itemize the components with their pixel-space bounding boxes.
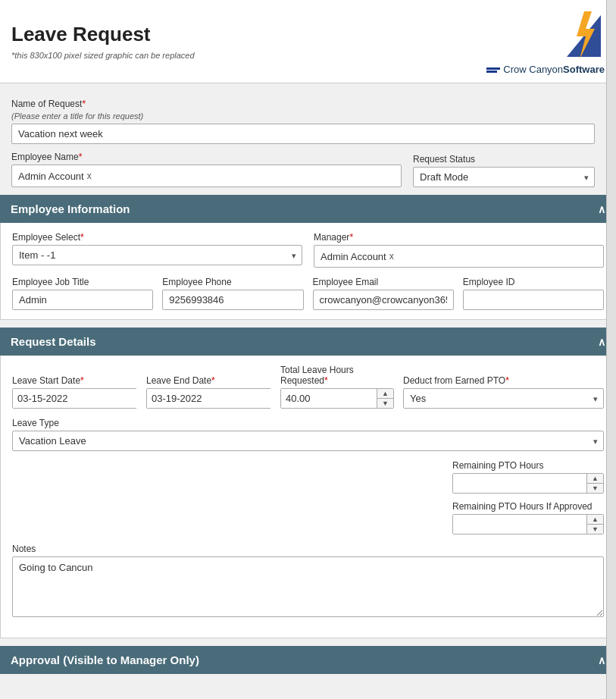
page-title: Leave Request — [11, 23, 195, 46]
name-of-request-input[interactable] — [11, 124, 595, 144]
svg-rect-3 — [486, 71, 497, 73]
deduct-pto-select-wrapper: Yes No — [403, 388, 604, 409]
employee-id-label: Employee ID — [463, 277, 604, 287]
leave-type-select-wrapper: Vacation Leave Sick Leave Personal Leave… — [12, 431, 604, 451]
remaining-pto-approved-up-button[interactable]: ▲ — [587, 515, 603, 525]
logo-stripe — [486, 64, 500, 75]
leave-start-date-field: Leave Start Date* — [12, 375, 137, 409]
request-status-label: Request Status — [413, 154, 595, 165]
email-input[interactable] — [313, 290, 454, 310]
name-of-request-sublabel: (Please enter a title for this request) — [11, 111, 595, 121]
pto-section: Remaining PTO Hours ▲ ▼ Remaining PTO Ho… — [12, 460, 604, 534]
notes-textarea[interactable]: Going to Cancun — [12, 556, 604, 617]
remaining-pto-approved-down-button[interactable]: ▼ — [587, 525, 603, 534]
leave-type-row: Leave Type Vacation Leave Sick Leave Per… — [12, 418, 604, 451]
leave-type-label: Leave Type — [12, 418, 604, 428]
employee-information-chevron-up: ∧ — [598, 203, 605, 215]
job-title-field: Employee Job Title — [12, 277, 153, 310]
request-details-header[interactable]: Request Details ∧ — [0, 328, 616, 356]
remaining-pto-spinner: ▲ ▼ — [452, 473, 604, 494]
phone-label: Employee Phone — [162, 277, 303, 287]
header-logo: Crow CanyonSoftware — [486, 8, 605, 75]
logo-crow: Crow Canyon — [503, 64, 563, 75]
divider-1 — [11, 187, 595, 195]
approval-section: Approval (Visible to Manager Only) ∧ — [11, 646, 595, 674]
approval-chevron-up: ∧ — [598, 654, 605, 666]
graphic-note: *this 830x100 pixel sized graphic can be… — [11, 51, 195, 60]
scrollbar[interactable] — [606, 0, 616, 699]
leave-start-date-wrapper — [12, 388, 137, 409]
employee-name-tag: Admin Account x — [18, 171, 92, 182]
employee-name-field: Employee Name* Admin Account x — [11, 152, 402, 187]
logo-suffix: Software — [563, 64, 605, 75]
employee-select-label: Employee Select* — [12, 232, 302, 243]
remaining-pto-label: Remaining PTO Hours — [452, 460, 604, 471]
approval-title: Approval (Visible to Manager Only) — [11, 654, 199, 666]
employee-select[interactable]: Item - -1 — [12, 245, 302, 265]
employee-name-remove-icon[interactable]: x — [87, 171, 92, 181]
emp-info-row2: Employee Job Title Employee Phone Employ… — [12, 277, 604, 310]
request-status-select-wrapper: Draft Mode Submitted Approved Rejected — [413, 167, 595, 187]
job-title-label: Employee Job Title — [12, 277, 153, 287]
remaining-pto-approved-input[interactable] — [453, 515, 586, 534]
deduct-pto-select[interactable]: Yes No — [403, 388, 604, 409]
remaining-pto-approved-spinner: ▲ ▼ — [452, 514, 604, 534]
email-field: Employee Email — [313, 277, 454, 310]
manager-tag: Admin Account x — [321, 251, 394, 262]
manager-field: Manager* Admin Account x — [314, 232, 604, 268]
name-of-request-label: Name of Request* — [11, 99, 595, 109]
main-content: Name of Request* (Please enter a title f… — [0, 83, 616, 682]
top-form: Name of Request* (Please enter a title f… — [11, 91, 595, 187]
employee-id-input[interactable] — [463, 290, 604, 310]
remaining-pto-field: Remaining PTO Hours ▲ ▼ — [452, 460, 604, 494]
notes-section: Notes Going to Cancun — [12, 544, 604, 619]
employee-name-tag-input[interactable]: Admin Account x — [11, 165, 402, 187]
total-hours-spinner: ▲ ▼ — [280, 388, 394, 409]
total-hours-field: Total Leave Hours Requested* ▲ ▼ — [280, 365, 394, 409]
remaining-pto-down-button[interactable]: ▼ — [587, 484, 603, 493]
leave-end-date-label: Leave End Date* — [146, 375, 271, 386]
leave-end-date-input[interactable] — [147, 389, 283, 408]
request-details-title: Request Details — [11, 335, 96, 348]
divider-2 — [11, 320, 595, 328]
phone-input[interactable] — [162, 290, 303, 310]
employee-select-wrapper: Item - -1 — [12, 245, 302, 265]
email-label: Employee Email — [313, 277, 454, 287]
employee-status-row: Employee Name* Admin Account x Request S… — [11, 152, 595, 187]
remaining-pto-up-button[interactable]: ▲ — [587, 474, 603, 484]
request-status-field: Request Status Draft Mode Submitted Appr… — [413, 154, 595, 187]
manager-tag-input[interactable]: Admin Account x — [314, 245, 604, 268]
notes-label: Notes — [12, 544, 604, 554]
approval-header[interactable]: Approval (Visible to Manager Only) ∧ — [0, 646, 616, 674]
leave-start-date-label: Leave Start Date* — [12, 375, 137, 386]
total-hours-input[interactable] — [281, 389, 377, 408]
employee-information-content: Employee Select* Item - -1 Manager* A — [0, 223, 616, 320]
job-title-input[interactable] — [12, 290, 153, 310]
employee-information-header[interactable]: Employee Information ∧ — [0, 195, 616, 223]
total-hours-down-button[interactable]: ▼ — [377, 399, 393, 408]
employee-select-field: Employee Select* Item - -1 — [12, 232, 302, 268]
employee-name-label: Employee Name* — [11, 152, 402, 162]
leave-start-date-input[interactable] — [13, 389, 149, 408]
deduct-pto-label: Deduct from Earned PTO* — [403, 375, 604, 386]
emp-info-row1: Employee Select* Item - -1 Manager* A — [12, 232, 604, 268]
request-status-select[interactable]: Draft Mode Submitted Approved Rejected — [413, 167, 595, 187]
leave-type-select[interactable]: Vacation Leave Sick Leave Personal Leave… — [12, 431, 604, 451]
page-wrapper: Leave Request *this 830x100 pixel sized … — [0, 0, 616, 699]
remaining-pto-approved-spinner-buttons: ▲ ▼ — [586, 515, 603, 534]
svg-rect-2 — [486, 67, 500, 70]
logo-icon — [563, 8, 605, 61]
phone-field: Employee Phone — [162, 277, 303, 310]
remaining-pto-input[interactable] — [453, 474, 586, 493]
total-hours-up-button[interactable]: ▲ — [377, 389, 393, 399]
manager-remove-icon[interactable]: x — [389, 251, 394, 262]
request-details-content: Leave Start Date* — [0, 356, 616, 638]
employee-information-title: Employee Information — [11, 202, 130, 215]
employee-id-field: Employee ID — [463, 277, 604, 310]
leave-end-date-wrapper — [146, 388, 271, 409]
total-hours-spinner-buttons: ▲ ▼ — [377, 389, 393, 408]
manager-label: Manager* — [314, 232, 604, 243]
name-of-request-row: Name of Request* (Please enter a title f… — [11, 99, 595, 144]
deduct-pto-field: Deduct from Earned PTO* Yes No — [403, 375, 604, 409]
leave-end-date-field: Leave End Date* — [146, 375, 271, 409]
